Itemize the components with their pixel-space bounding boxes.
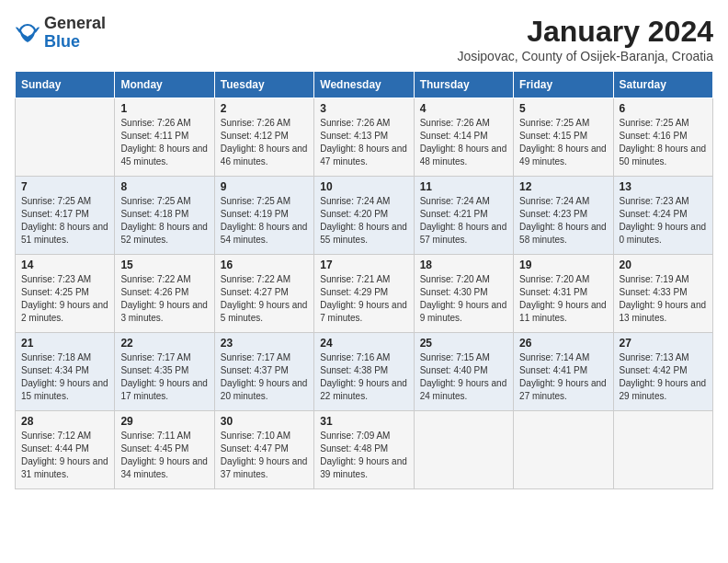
- day-info: Sunrise: 7:17 AMSunset: 4:37 PMDaylight:…: [221, 351, 308, 403]
- day-cell: 11Sunrise: 7:24 AMSunset: 4:21 PMDayligh…: [414, 177, 513, 255]
- day-cell: 17Sunrise: 7:21 AMSunset: 4:29 PMDayligh…: [314, 255, 414, 333]
- day-number: 16: [221, 259, 308, 271]
- day-number: 9: [221, 180, 308, 193]
- header-tuesday: Tuesday: [214, 72, 313, 98]
- day-info: Sunrise: 7:25 AMSunset: 4:17 PMDaylight:…: [21, 195, 108, 247]
- day-number: 18: [420, 259, 507, 271]
- day-info: Sunrise: 7:24 AMSunset: 4:20 PMDaylight:…: [320, 195, 407, 247]
- day-cell: 5Sunrise: 7:25 AMSunset: 4:15 PMDaylight…: [514, 98, 613, 177]
- day-info: Sunrise: 7:21 AMSunset: 4:29 PMDaylight:…: [320, 273, 407, 325]
- day-number: 24: [320, 337, 407, 350]
- page-header: General Blue January 2024 Josipovac, Cou…: [15, 15, 713, 63]
- day-cell: 1Sunrise: 7:26 AMSunset: 4:11 PMDaylight…: [115, 98, 214, 177]
- day-info: Sunrise: 7:26 AMSunset: 4:12 PMDaylight:…: [221, 117, 308, 168]
- day-info: Sunrise: 7:25 AMSunset: 4:19 PMDaylight:…: [221, 195, 308, 247]
- day-info: Sunrise: 7:26 AMSunset: 4:13 PMDaylight:…: [320, 117, 407, 168]
- day-cell: 3Sunrise: 7:26 AMSunset: 4:13 PMDaylight…: [314, 98, 414, 177]
- day-number: 2: [221, 102, 308, 115]
- day-cell: 31Sunrise: 7:09 AMSunset: 4:48 PMDayligh…: [314, 411, 414, 489]
- day-number: 11: [420, 180, 507, 193]
- week-row-1: 1Sunrise: 7:26 AMSunset: 4:11 PMDaylight…: [16, 98, 713, 177]
- day-cell: 2Sunrise: 7:26 AMSunset: 4:12 PMDaylight…: [214, 98, 313, 177]
- week-row-5: 28Sunrise: 7:12 AMSunset: 4:44 PMDayligh…: [16, 411, 713, 489]
- day-cell: 20Sunrise: 7:19 AMSunset: 4:33 PMDayligh…: [613, 255, 712, 333]
- day-number: 17: [320, 259, 407, 271]
- header-thursday: Thursday: [414, 72, 513, 98]
- day-cell: 8Sunrise: 7:25 AMSunset: 4:18 PMDaylight…: [115, 177, 214, 255]
- location: Josipovac, County of Osijek-Baranja, Cro…: [457, 49, 713, 63]
- day-number: 19: [519, 259, 607, 271]
- day-info: Sunrise: 7:16 AMSunset: 4:38 PMDaylight:…: [320, 351, 407, 403]
- day-cell: 13Sunrise: 7:23 AMSunset: 4:24 PMDayligh…: [613, 177, 712, 255]
- day-cell: [16, 98, 115, 177]
- logo-text: General Blue: [44, 15, 106, 52]
- logo-blue: Blue: [44, 33, 106, 52]
- day-info: Sunrise: 7:18 AMSunset: 4:34 PMDaylight:…: [21, 351, 108, 403]
- day-cell: 4Sunrise: 7:26 AMSunset: 4:14 PMDaylight…: [414, 98, 513, 177]
- logo: General Blue: [15, 15, 106, 52]
- day-number: 5: [519, 102, 607, 115]
- day-cell: 12Sunrise: 7:24 AMSunset: 4:23 PMDayligh…: [514, 177, 613, 255]
- day-cell: 27Sunrise: 7:13 AMSunset: 4:42 PMDayligh…: [613, 333, 712, 411]
- day-number: 31: [320, 415, 407, 428]
- day-number: 8: [120, 180, 208, 193]
- day-cell: 24Sunrise: 7:16 AMSunset: 4:38 PMDayligh…: [314, 333, 414, 411]
- day-number: 7: [21, 180, 108, 193]
- day-info: Sunrise: 7:17 AMSunset: 4:35 PMDaylight:…: [120, 351, 208, 403]
- day-info: Sunrise: 7:24 AMSunset: 4:21 PMDaylight:…: [420, 195, 507, 247]
- day-info: Sunrise: 7:19 AMSunset: 4:33 PMDaylight:…: [620, 273, 707, 325]
- day-number: 20: [620, 259, 707, 271]
- day-cell: 25Sunrise: 7:15 AMSunset: 4:40 PMDayligh…: [414, 333, 513, 411]
- day-info: Sunrise: 7:12 AMSunset: 4:44 PMDaylight:…: [21, 430, 108, 481]
- day-info: Sunrise: 7:24 AMSunset: 4:23 PMDaylight:…: [519, 195, 607, 247]
- day-info: Sunrise: 7:14 AMSunset: 4:41 PMDaylight:…: [519, 351, 607, 403]
- day-number: 12: [519, 180, 607, 193]
- week-row-2: 7Sunrise: 7:25 AMSunset: 4:17 PMDaylight…: [16, 177, 713, 255]
- day-info: Sunrise: 7:09 AMSunset: 4:48 PMDaylight:…: [320, 430, 407, 481]
- title-block: January 2024 Josipovac, County of Osijek…: [457, 15, 713, 63]
- header-saturday: Saturday: [613, 72, 712, 98]
- day-info: Sunrise: 7:25 AMSunset: 4:15 PMDaylight:…: [519, 117, 607, 168]
- month-title: January 2024: [457, 15, 713, 49]
- day-number: 25: [420, 337, 507, 350]
- day-info: Sunrise: 7:15 AMSunset: 4:40 PMDaylight:…: [420, 351, 507, 403]
- day-number: 26: [519, 337, 607, 350]
- day-number: 21: [21, 337, 108, 350]
- week-row-4: 21Sunrise: 7:18 AMSunset: 4:34 PMDayligh…: [16, 333, 713, 411]
- day-number: 14: [21, 259, 108, 271]
- logo-bird-icon: [15, 20, 40, 46]
- day-cell: 30Sunrise: 7:10 AMSunset: 4:47 PMDayligh…: [214, 411, 313, 489]
- day-cell: 14Sunrise: 7:23 AMSunset: 4:25 PMDayligh…: [16, 255, 115, 333]
- day-info: Sunrise: 7:10 AMSunset: 4:47 PMDaylight:…: [221, 430, 308, 481]
- day-number: 3: [320, 102, 407, 115]
- day-info: Sunrise: 7:26 AMSunset: 4:11 PMDaylight:…: [120, 117, 208, 168]
- day-number: 22: [120, 337, 208, 350]
- day-cell: 16Sunrise: 7:22 AMSunset: 4:27 PMDayligh…: [214, 255, 313, 333]
- day-cell: 7Sunrise: 7:25 AMSunset: 4:17 PMDaylight…: [16, 177, 115, 255]
- calendar-table: SundayMondayTuesdayWednesdayThursdayFrid…: [15, 71, 713, 489]
- day-info: Sunrise: 7:23 AMSunset: 4:25 PMDaylight:…: [21, 273, 108, 325]
- day-info: Sunrise: 7:20 AMSunset: 4:30 PMDaylight:…: [420, 273, 507, 325]
- day-cell: [514, 411, 613, 489]
- day-cell: [414, 411, 513, 489]
- day-cell: 18Sunrise: 7:20 AMSunset: 4:30 PMDayligh…: [414, 255, 513, 333]
- day-info: Sunrise: 7:22 AMSunset: 4:27 PMDaylight:…: [221, 273, 308, 325]
- logo-general: General: [44, 15, 106, 33]
- day-number: 29: [120, 415, 208, 428]
- day-cell: 26Sunrise: 7:14 AMSunset: 4:41 PMDayligh…: [514, 333, 613, 411]
- day-number: 4: [420, 102, 507, 115]
- day-cell: 6Sunrise: 7:25 AMSunset: 4:16 PMDaylight…: [613, 98, 712, 177]
- day-number: 6: [620, 102, 707, 115]
- day-number: 28: [21, 415, 108, 428]
- header-monday: Monday: [115, 72, 214, 98]
- day-number: 1: [120, 102, 208, 115]
- day-number: 23: [221, 337, 308, 350]
- header-wednesday: Wednesday: [314, 72, 414, 98]
- day-cell: 15Sunrise: 7:22 AMSunset: 4:26 PMDayligh…: [115, 255, 214, 333]
- day-cell: 22Sunrise: 7:17 AMSunset: 4:35 PMDayligh…: [115, 333, 214, 411]
- header-friday: Friday: [514, 72, 613, 98]
- day-number: 30: [221, 415, 308, 428]
- day-info: Sunrise: 7:13 AMSunset: 4:42 PMDaylight:…: [620, 351, 707, 403]
- day-cell: 19Sunrise: 7:20 AMSunset: 4:31 PMDayligh…: [514, 255, 613, 333]
- day-info: Sunrise: 7:23 AMSunset: 4:24 PMDaylight:…: [620, 195, 707, 247]
